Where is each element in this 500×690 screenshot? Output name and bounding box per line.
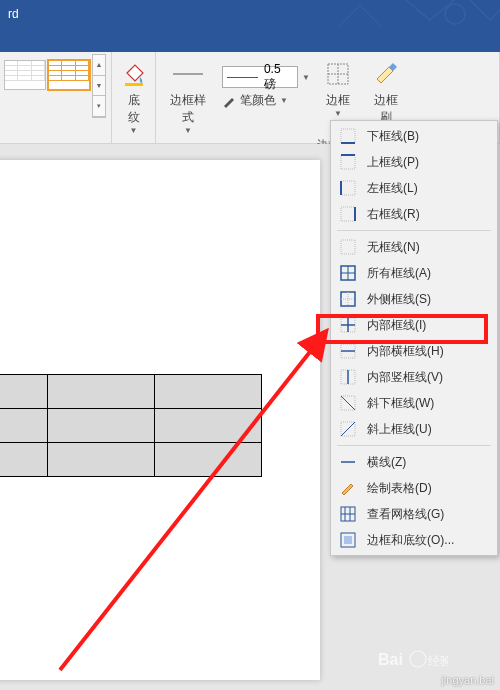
svg-text:经验: 经验 — [428, 654, 448, 668]
format-painter-icon — [370, 58, 402, 90]
svg-rect-38 — [344, 536, 352, 544]
table-cell[interactable] — [155, 443, 262, 477]
gallery-expand[interactable]: ▲▼▾ — [92, 54, 106, 118]
gridlines-icon — [339, 505, 357, 523]
pen-color-button[interactable]: 笔颜色 ▼ — [218, 90, 314, 111]
shading-group: 底纹 ▼ — [112, 52, 156, 143]
svg-point-0 — [445, 4, 465, 24]
title-decoration — [300, 0, 500, 28]
svg-rect-8 — [341, 155, 355, 169]
chevron-down-icon: ▼ — [302, 73, 310, 82]
diag-down-icon — [339, 394, 357, 412]
table-style-gallery[interactable] — [4, 54, 90, 90]
table-cell[interactable] — [48, 375, 155, 409]
table-cell[interactable] — [48, 409, 155, 443]
app-title-fragment: rd — [8, 7, 19, 21]
dd-borders-and-shading[interactable]: 边框和底纹(O)... — [331, 527, 497, 553]
ribbon-tab-strip — [0, 28, 500, 52]
dd-diagonal-down[interactable]: 斜下框线(W) — [331, 390, 497, 416]
border-style-label: 边框样式 — [168, 92, 208, 126]
svg-rect-12 — [341, 207, 355, 221]
bottom-border-icon — [339, 127, 357, 145]
borders-label: 边框 — [326, 92, 350, 109]
pen-color-label: 笔颜色 — [240, 92, 276, 109]
dd-left-border[interactable]: 左框线(L) — [331, 175, 497, 201]
table-cell[interactable] — [155, 375, 262, 409]
selected-table[interactable] — [0, 374, 262, 477]
bucket-icon — [118, 58, 150, 90]
svg-point-41 — [410, 651, 426, 667]
svg-rect-14 — [341, 240, 355, 254]
style-thumb[interactable] — [4, 60, 46, 90]
dd-inside-horizontal[interactable]: 内部横框线(H) — [331, 338, 497, 364]
diag-up-icon — [339, 420, 357, 438]
borders-button[interactable]: 边框 ▼ — [316, 54, 360, 118]
table-cell[interactable] — [0, 375, 48, 409]
hline-icon — [339, 453, 357, 471]
dd-draw-table[interactable]: 绘制表格(D) — [331, 475, 497, 501]
borders-shading-icon — [339, 531, 357, 549]
svg-line-31 — [341, 422, 355, 436]
pencil-icon — [339, 479, 357, 497]
svg-rect-10 — [341, 181, 355, 195]
table-cell[interactable] — [155, 409, 262, 443]
dd-horizontal-line[interactable]: 横线(Z) — [331, 449, 497, 475]
inside-border-icon — [339, 316, 357, 334]
dd-bottom-border[interactable]: 下框线(B) — [331, 123, 497, 149]
dd-all-borders[interactable]: 所有框线(A) — [331, 260, 497, 286]
borders-dropdown: 下框线(B) 上框线(P) 左框线(L) 右框线(R) 无框线(N) 所有框线(… — [330, 120, 498, 556]
all-borders-icon — [339, 264, 357, 282]
left-border-icon — [339, 179, 357, 197]
border-painter-button[interactable]: 边框刷 — [362, 54, 410, 126]
svg-rect-1 — [125, 83, 143, 86]
styles-group: ▲▼▾ — [0, 52, 112, 143]
separator — [337, 230, 491, 231]
borders-icon — [322, 58, 354, 90]
dd-outside-borders[interactable]: 外侧框线(S) — [331, 286, 497, 312]
page — [0, 160, 320, 680]
line-weight-selector[interactable]: 0.5 磅 ▼ — [218, 60, 314, 90]
dd-diagonal-up[interactable]: 斜上框线(U) — [331, 416, 497, 442]
inside-h-border-icon — [339, 342, 357, 360]
dd-inside-vertical[interactable]: 内部竖框线(V) — [331, 364, 497, 390]
table-cell[interactable] — [48, 443, 155, 477]
no-border-icon — [339, 238, 357, 256]
inside-v-border-icon — [339, 368, 357, 386]
svg-rect-6 — [341, 129, 355, 143]
title-bar: rd — [0, 0, 500, 28]
chevron-down-icon: ▼ — [130, 126, 138, 135]
top-border-icon — [339, 153, 357, 171]
watermark-url: jingyan.bai — [441, 674, 494, 686]
shading-button[interactable]: 底纹 ▼ — [116, 54, 151, 135]
dd-view-gridlines[interactable]: 查看网格线(G) — [331, 501, 497, 527]
chevron-down-icon: ▼ — [184, 126, 192, 135]
chevron-down-icon: ▼ — [334, 109, 342, 118]
dd-top-border[interactable]: 上框线(P) — [331, 149, 497, 175]
border-style-button[interactable]: 边框样式 ▼ — [160, 54, 216, 135]
right-border-icon — [339, 205, 357, 223]
watermark-logo: Bai经验 — [378, 649, 448, 674]
svg-text:Bai: Bai — [378, 651, 403, 668]
line-style-icon — [172, 58, 204, 90]
dd-no-border[interactable]: 无框线(N) — [331, 234, 497, 260]
pen-icon — [222, 94, 236, 108]
table-cell[interactable] — [0, 409, 48, 443]
style-thumb-selected[interactable] — [48, 60, 90, 90]
svg-line-29 — [341, 396, 355, 410]
chevron-down-icon: ▼ — [280, 96, 288, 105]
separator — [337, 445, 491, 446]
shading-label: 底纹 — [124, 92, 143, 126]
dd-inside-borders[interactable]: 内部框线(I) — [331, 312, 497, 338]
dd-right-border[interactable]: 右框线(R) — [331, 201, 497, 227]
outside-border-icon — [339, 290, 357, 308]
weight-value: 0.5 磅 — [264, 62, 293, 93]
table-cell[interactable] — [0, 443, 48, 477]
